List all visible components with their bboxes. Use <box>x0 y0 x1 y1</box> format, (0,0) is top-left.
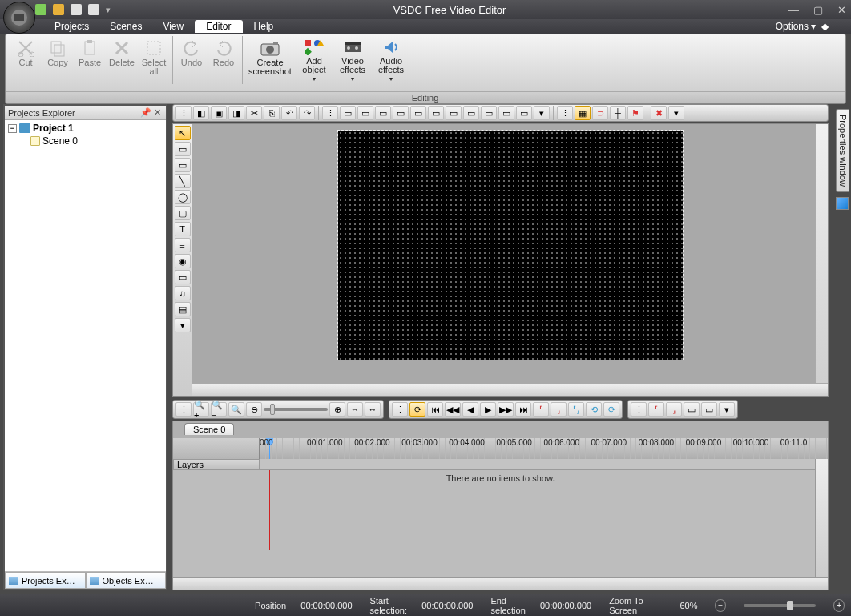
tb-arrange5-icon[interactable]: ▭ <box>410 106 426 120</box>
tool-image-icon[interactable]: ▭ <box>175 270 191 284</box>
zoom-minus-icon[interactable]: ⊖ <box>246 402 262 417</box>
status-zoom-slider[interactable] <box>744 604 817 607</box>
prev-frame-icon[interactable]: ◀ <box>462 402 478 417</box>
zoom-fit-icon[interactable]: 🔍 <box>228 402 244 417</box>
tb-arrange3-icon[interactable]: ▭ <box>375 106 391 120</box>
cut-button[interactable]: Cut <box>10 36 41 84</box>
tl-drop-icon[interactable]: ▾ <box>719 402 735 417</box>
mark-in-icon[interactable]: ⸢ <box>533 402 549 417</box>
zoom-plus-icon[interactable]: ⊕ <box>329 402 345 417</box>
status-zoom-label[interactable]: Zoom To Screen <box>609 596 662 615</box>
tb-undo-icon[interactable]: ↶ <box>281 106 297 120</box>
tb-arrange8-icon[interactable]: ▭ <box>463 106 479 120</box>
preview-canvas[interactable] <box>338 131 683 360</box>
tb-grid-icon[interactable]: ┼ <box>610 106 626 120</box>
tb-handle3-icon[interactable]: ⋮ <box>557 106 573 120</box>
tool-line-icon[interactable]: ╲ <box>175 174 191 188</box>
timeline-tab-scene[interactable]: Scene 0 <box>184 423 234 435</box>
menu-editor[interactable]: Editor <box>195 20 242 33</box>
layers-track[interactable] <box>260 459 828 470</box>
create-screenshot-button[interactable]: Create screenshot <box>246 36 294 84</box>
tb-drop2-icon[interactable]: ▾ <box>668 106 684 120</box>
qat-new-doc-icon[interactable] <box>88 4 99 15</box>
tb-arrange9-icon[interactable]: ▭ <box>481 106 497 120</box>
tb-arrange10-icon[interactable]: ▭ <box>498 106 514 120</box>
mark-out-icon[interactable]: ⸥ <box>551 402 567 417</box>
split1-icon[interactable]: ⸢ <box>648 402 664 417</box>
timeline-cursor[interactable] <box>269 470 270 550</box>
menu-options[interactable]: Options ▾ ◆ <box>776 21 851 32</box>
tool-audio-icon[interactable]: ♫ <box>175 286 191 300</box>
audio-effects-button[interactable]: Audio effects▾ <box>373 36 409 84</box>
panel-pin-icon[interactable]: 📌 <box>140 107 151 118</box>
qat-save-icon[interactable] <box>71 4 82 15</box>
tl-handle3-icon[interactable]: ⋮ <box>631 402 647 417</box>
redo-button[interactable]: Redo <box>208 36 239 84</box>
step-fwd-icon[interactable]: ▶▶ <box>498 402 514 417</box>
zoom-in-icon[interactable]: 🔍+ <box>193 402 209 417</box>
qat-open-icon[interactable] <box>53 4 64 15</box>
canvas-v-scrollbar[interactable] <box>815 124 828 383</box>
goto-end-icon[interactable]: ⏭ <box>515 402 531 417</box>
tb-align-center-icon[interactable]: ▣ <box>211 106 227 120</box>
tb-arrange4-icon[interactable]: ▭ <box>393 106 409 120</box>
tb-handle2-icon[interactable]: ⋮ <box>322 106 338 120</box>
tb-redo-icon[interactable]: ↷ <box>299 106 315 120</box>
tool-more-icon[interactable]: ▾ <box>175 318 191 332</box>
tb-handle-icon[interactable]: ⋮ <box>175 106 192 120</box>
tree-scene-node[interactable]: Scene 0 <box>8 135 163 147</box>
timeline-body[interactable]: There are no items to show. <box>173 470 828 577</box>
tb-magnet-icon[interactable]: ⊃ <box>592 106 608 120</box>
tab-projects-explorer[interactable]: Projects Ex… <box>5 572 86 589</box>
tl-tool2-icon[interactable]: ▭ <box>701 402 717 417</box>
select-all-button[interactable]: Select all <box>139 36 169 84</box>
step-back-icon[interactable]: ◀◀ <box>445 402 461 417</box>
tool-roundrect-icon[interactable]: ▢ <box>175 206 191 220</box>
tree-collapse-icon[interactable]: − <box>8 124 17 133</box>
canvas-h-scrollbar[interactable] <box>192 383 828 396</box>
link1-icon[interactable]: ⟲ <box>586 402 602 417</box>
tab-objects-explorer[interactable]: Objects Ex… <box>86 572 167 589</box>
resources-tab-icon[interactable] <box>836 197 849 210</box>
paste-button[interactable]: Paste <box>75 36 105 84</box>
tool-subtl-icon[interactable]: ≡ <box>175 238 191 252</box>
tool-cursor-icon[interactable]: ↖ <box>175 126 191 140</box>
close-button[interactable]: ✕ <box>837 4 846 16</box>
add-object-button[interactable]: Add object▾ <box>296 36 333 84</box>
tl-tool1-icon[interactable]: ▭ <box>684 402 700 417</box>
tb-snap-icon[interactable]: ▦ <box>575 106 591 120</box>
delete-button[interactable]: Delete <box>107 36 137 84</box>
status-zoom-out-icon[interactable]: − <box>715 599 726 612</box>
timeline-ruler[interactable]: 00000:01.00000:02.00000:03.00000:04.0000… <box>260 438 828 459</box>
tool-text-icon[interactable]: T <box>175 222 191 236</box>
zoom-out-icon[interactable]: 🔍− <box>211 402 227 417</box>
copy-button[interactable]: Copy <box>42 36 73 84</box>
tb-arrange-drop-icon[interactable]: ▾ <box>534 106 550 120</box>
properties-window-tab[interactable]: Properties window <box>836 109 849 192</box>
split2-icon[interactable]: ⸥ <box>666 402 682 417</box>
tb-arrange7-icon[interactable]: ▭ <box>446 106 462 120</box>
timeline-v-scrollbar[interactable] <box>815 459 828 577</box>
goto-start-icon[interactable]: ⏮ <box>427 402 443 417</box>
menu-view[interactable]: View <box>153 20 193 33</box>
menu-projects[interactable]: Projects <box>45 20 99 33</box>
zoom-range2-icon[interactable]: ↔ <box>365 402 381 417</box>
tb-align-right-icon[interactable]: ◨ <box>228 106 244 120</box>
panel-close-icon[interactable]: ✕ <box>151 107 163 118</box>
tool-sphere-icon[interactable]: ◉ <box>175 254 191 268</box>
tb-arrange1-icon[interactable]: ▭ <box>340 106 356 120</box>
tb-flag-icon[interactable]: ⚑ <box>627 106 643 120</box>
tool-ellipse-icon[interactable]: ◯ <box>175 190 191 204</box>
tb-copy-icon[interactable]: ⎘ <box>264 106 280 120</box>
loop-icon[interactable]: ⟳ <box>409 402 426 417</box>
tb-arrange11-icon[interactable]: ▭ <box>516 106 532 120</box>
tb-arrange2-icon[interactable]: ▭ <box>357 106 373 120</box>
undo-button[interactable]: Undo <box>176 36 207 84</box>
range-icon[interactable]: ⸢⸥ <box>568 402 584 417</box>
tl-handle2-icon[interactable]: ⋮ <box>392 402 408 417</box>
maximize-button[interactable]: ▢ <box>813 4 823 16</box>
project-tree[interactable]: − Project 1 Scene 0 <box>5 120 166 571</box>
minimize-button[interactable]: — <box>788 4 799 16</box>
tool-dash-icon[interactable]: ▭ <box>175 158 191 172</box>
tl-handle-icon[interactable]: ⋮ <box>175 402 192 417</box>
